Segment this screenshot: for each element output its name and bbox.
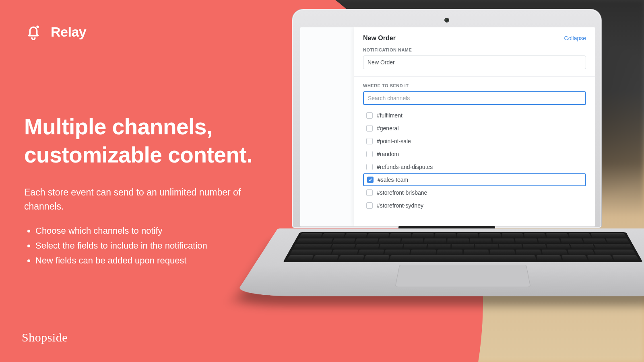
channel-label: #refunds-and-disputes <box>377 164 433 170</box>
collapse-button[interactable]: Collapse <box>564 35 586 41</box>
hero-region: Relay Multiple channels, customizable co… <box>0 0 282 362</box>
laptop-base <box>234 228 644 296</box>
checkbox[interactable] <box>366 151 373 157</box>
hero-bullet: Select the fields to include in the noti… <box>35 239 258 253</box>
channel-item[interactable]: #random <box>363 148 586 160</box>
channel-item[interactable]: #point-of-sale <box>363 135 586 148</box>
channel-item[interactable]: #sales-team <box>363 173 586 186</box>
logo-row: Relay <box>24 23 258 41</box>
channel-label: #storefront-brisbane <box>377 189 427 196</box>
hero-bullet-list: Choose which channels to notify Select t… <box>24 224 258 268</box>
hero-headline: Multiple channels, customizable content. <box>24 113 258 169</box>
headline-line-2: customizable content. <box>24 142 252 167</box>
channel-item[interactable]: #storefront-brisbane <box>363 186 586 199</box>
laptop-trackpad <box>395 265 530 287</box>
channel-label: #fulfilment <box>377 112 402 119</box>
checkbox[interactable] <box>366 189 373 196</box>
laptop-keyboard <box>283 232 643 262</box>
channel-label: #general <box>377 125 399 132</box>
checkbox[interactable] <box>366 164 373 170</box>
checkbox[interactable] <box>366 202 373 209</box>
product-name: Relay <box>51 24 86 40</box>
channel-item[interactable]: #general <box>363 122 586 135</box>
channel-item[interactable]: #refunds-and-disputes <box>363 160 586 173</box>
where-to-send-label: WHERE TO SEND IT <box>363 83 586 88</box>
section-divider <box>354 76 595 77</box>
notification-panel: New Order Collapse NOTIFICATION NAME WHE… <box>354 27 595 226</box>
laptop-mock: New Order Collapse NOTIFICATION NAME WHE… <box>278 9 644 355</box>
notification-name-input[interactable] <box>363 56 586 69</box>
bell-icon <box>24 23 43 41</box>
hero-bullet: Choose which channels to notify <box>35 224 258 238</box>
checkbox[interactable] <box>366 125 373 132</box>
channel-search-input[interactable] <box>363 91 586 105</box>
channel-list: #fulfilment#general#point-of-sale#random… <box>363 109 586 212</box>
channel-label: #sales-team <box>378 177 408 183</box>
company-wordmark: Shopside <box>22 331 68 344</box>
channel-item[interactable]: #storefront-sydney <box>363 199 586 212</box>
app-sidebar-partial <box>300 27 354 226</box>
channel-item[interactable]: #fulfilment <box>363 109 586 122</box>
laptop-camera <box>445 19 448 22</box>
notification-name-label: NOTIFICATION NAME <box>363 47 586 52</box>
channel-label: #random <box>377 151 399 157</box>
panel-title: New Order <box>363 35 396 42</box>
channel-label: #storefront-sydney <box>377 202 423 209</box>
checkbox[interactable] <box>367 177 374 183</box>
laptop-screen: New Order Collapse NOTIFICATION NAME WHE… <box>300 27 595 226</box>
headline-line-1: Multiple channels, <box>24 114 213 139</box>
channel-label: #point-of-sale <box>377 138 411 144</box>
hero-subtext: Each store event can send to an unlimite… <box>24 185 258 214</box>
svg-point-0 <box>36 25 39 28</box>
checkbox[interactable] <box>366 112 373 119</box>
checkbox[interactable] <box>366 138 373 144</box>
hero-bullet: New fields can be added upon request <box>35 253 258 267</box>
